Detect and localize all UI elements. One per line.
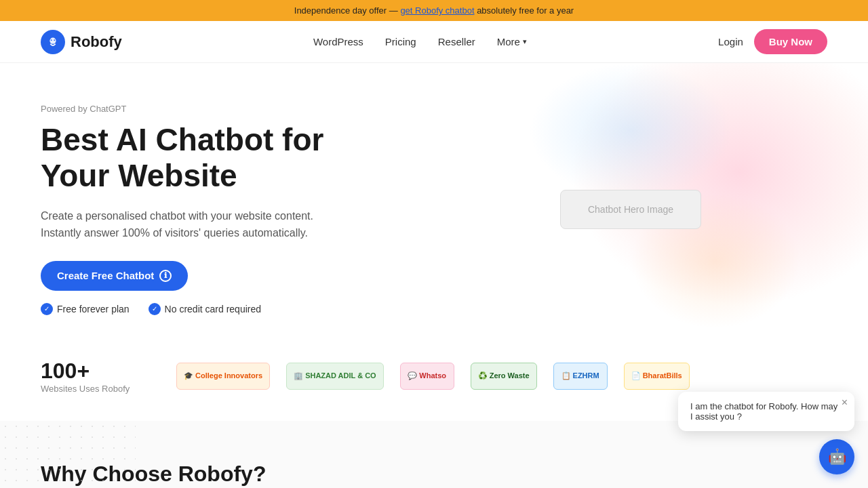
logo[interactable]: Robofy <box>41 30 122 54</box>
logo-text: Robofy <box>71 33 122 51</box>
hero-image: Chatbot Hero Image <box>434 190 827 229</box>
trust-badges: ✓ Free forever plan ✓ No credit card req… <box>41 303 434 315</box>
svg-point-1 <box>51 39 52 41</box>
logo-whatso: 💬 Whatso <box>400 363 454 390</box>
hero-section: Powered by ChatGPT Best AI Chatbot for Y… <box>0 63 868 342</box>
info-icon: ℹ <box>159 270 172 282</box>
count-label: Websites Uses Robofy <box>41 384 149 394</box>
hero-content: Powered by ChatGPT Best AI Chatbot for Y… <box>41 104 434 315</box>
svg-point-2 <box>54 39 55 41</box>
logo-bharat: 📄 BharatBills <box>624 363 690 390</box>
chatbot-message-text: I am the chatbot for Robofy. How may I a… <box>690 401 837 422</box>
nav-wordpress[interactable]: WordPress <box>313 36 363 47</box>
chatbot-widget: × I am the chatbot for Robofy. How may I… <box>678 392 854 474</box>
hero-title: Best AI Chatbot for Your Website <box>41 122 434 194</box>
websites-count: 100+ Websites Uses Robofy <box>41 359 149 394</box>
chatbot-close-button[interactable]: × <box>842 397 848 408</box>
trust-badge-1: ✓ Free forever plan <box>41 303 130 315</box>
navbar: Robofy WordPress Pricing Reseller More ▾… <box>0 21 868 63</box>
logo-zerowaste: ♻️ Zero Waste <box>471 363 537 390</box>
logo-college-innovators: 🎓 College Innovators <box>176 363 270 390</box>
chatbot-avatar-button[interactable]: 🤖 <box>819 439 854 474</box>
nav-links: WordPress Pricing Reseller More ▾ <box>313 36 527 48</box>
create-chatbot-button[interactable]: Create Free Chatbot ℹ <box>41 261 188 291</box>
hero-bg-pink <box>570 63 868 307</box>
nav-more[interactable]: More ▾ <box>497 36 527 47</box>
hero-description: Create a personalised chatbot with your … <box>41 207 434 242</box>
count-number: 100+ <box>41 359 149 384</box>
svg-point-0 <box>50 37 56 43</box>
buy-now-button[interactable]: Buy Now <box>754 29 827 54</box>
logo-icon <box>41 30 65 54</box>
check-icon-2: ✓ <box>149 303 161 315</box>
login-button[interactable]: Login <box>718 36 743 47</box>
hero-bg-blue <box>529 63 732 199</box>
trust-badge-2: ✓ No credit card required <box>149 303 261 315</box>
banner-text: Independence day offer — <box>294 5 401 16</box>
company-logos: 🎓 College Innovators 🏢 SHAZAD ADIL & CO … <box>176 363 690 390</box>
nav-pricing[interactable]: Pricing <box>385 36 416 47</box>
hero-image-placeholder: Chatbot Hero Image <box>560 190 701 229</box>
logo-shazad: 🏢 SHAZAD ADIL & CO <box>286 363 384 390</box>
nav-actions: Login Buy Now <box>718 29 827 54</box>
check-icon-1: ✓ <box>41 303 53 315</box>
powered-by: Powered by ChatGPT <box>41 104 434 114</box>
banner-text-after: absolutely free for a year <box>475 5 574 16</box>
logo-ezhrm: 📋 EZHRM <box>553 363 608 390</box>
chatbot-message-bubble: × I am the chatbot for Robofy. How may I… <box>678 392 854 431</box>
top-banner: Independence day offer — get Robofy chat… <box>0 0 868 21</box>
banner-link[interactable]: get Robofy chatbot <box>400 5 474 16</box>
chevron-down-icon: ▾ <box>523 37 527 46</box>
nav-reseller[interactable]: Reseller <box>438 36 475 47</box>
